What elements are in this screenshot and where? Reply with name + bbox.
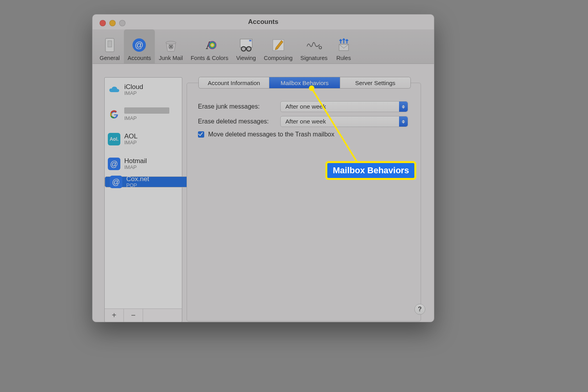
settings-panel: Erase junk messages: After one week Eras… — [187, 83, 421, 321]
account-protocol: POP — [126, 183, 149, 189]
signatures-icon — [306, 37, 322, 53]
svg-point-14 — [319, 46, 321, 49]
toolbar-item-viewing[interactable]: Viewing — [232, 29, 260, 64]
toolbar-label: Viewing — [236, 55, 256, 61]
preferences-toolbar: General @ Accounts Junk Mail A Fonts & C… — [93, 29, 434, 64]
account-protocol: IMAP — [124, 91, 143, 96]
toolbar-label: General — [100, 55, 120, 61]
account-protocol: IMAP — [124, 140, 138, 146]
composing-icon — [270, 37, 287, 53]
account-protocol: IMAP — [124, 165, 147, 171]
svg-rect-1 — [108, 41, 112, 47]
svg-point-4 — [166, 41, 176, 44]
annotation-callout: Mailbox Behaviors — [327, 163, 414, 178]
toolbar-item-rules[interactable]: Rules — [332, 29, 356, 64]
svg-point-7 — [209, 41, 217, 49]
toolbar-item-general[interactable]: General — [96, 29, 124, 64]
toolbar-item-fonts-colors[interactable]: A Fonts & Colors — [187, 29, 232, 64]
toolbar-label: Fonts & Colors — [191, 55, 229, 61]
toolbar-label: Accounts — [128, 55, 151, 61]
toolbar-item-accounts[interactable]: @ Accounts — [124, 29, 155, 64]
account-tabs: Account Information Mailbox Behaviors Se… — [199, 77, 410, 88]
remove-account-button[interactable]: − — [124, 309, 143, 322]
toolbar-item-junk-mail[interactable]: Junk Mail — [155, 29, 187, 64]
account-row-google[interactable]: IMAP — [105, 102, 182, 127]
toolbar-item-composing[interactable]: Composing — [260, 29, 296, 64]
accounts-icon: @ — [131, 37, 147, 53]
erase-deleted-select[interactable]: After one week — [280, 116, 408, 127]
account-name: AOL — [124, 132, 138, 140]
rules-icon — [336, 37, 352, 53]
junk-mail-icon — [163, 37, 179, 53]
move-deleted-checkbox[interactable] — [198, 131, 204, 138]
account-row-aol[interactable]: Aol. AOLIMAP — [105, 127, 182, 152]
fonts-colors-icon: A — [201, 37, 218, 53]
account-name: Hotmail — [124, 157, 147, 165]
redacted-text — [124, 107, 169, 114]
account-detail: Erase junk messages: After one week Eras… — [187, 77, 421, 321]
move-deleted-label: Move deleted messages to the Trash mailb… — [208, 131, 334, 138]
erase-junk-select[interactable]: After one week — [280, 101, 408, 112]
general-icon — [102, 37, 118, 53]
account-row-icloud[interactable]: iCloudIMAP — [105, 78, 182, 102]
help-button[interactable]: ? — [414, 304, 425, 315]
at-icon: @ — [110, 176, 122, 188]
tab-account-information[interactable]: Account Information — [199, 77, 269, 88]
chevron-updown-icon — [399, 116, 408, 127]
svg-rect-9 — [249, 40, 251, 42]
window-title: Accounts — [93, 18, 434, 26]
account-name: iCloud — [124, 83, 143, 91]
toolbar-label: Signatures — [300, 55, 327, 61]
viewing-icon — [238, 37, 254, 53]
account-protocol: IMAP — [124, 116, 169, 122]
chevron-updown-icon — [399, 102, 408, 112]
toolbar-label: Rules — [336, 55, 351, 61]
account-name — [124, 107, 169, 116]
select-value: After one week — [285, 103, 326, 110]
tab-mailbox-behaviors[interactable]: Mailbox Behaviors — [269, 77, 340, 88]
account-row-hotmail[interactable]: @ HotmailIMAP — [105, 152, 182, 176]
at-icon: @ — [108, 158, 120, 170]
toolbar-label: Junk Mail — [159, 55, 183, 61]
toolbar-item-signatures[interactable]: Signatures — [296, 29, 331, 64]
tab-server-settings[interactable]: Server Settings — [340, 77, 410, 88]
add-remove-bar: + − — [104, 309, 182, 322]
erase-junk-label: Erase junk messages: — [198, 103, 280, 110]
svg-text:@: @ — [135, 40, 143, 50]
account-name: Cox.net — [126, 175, 149, 183]
accounts-list: iCloudIMAP IMAP Aol. AOLIMAP @ HotmailIM… — [104, 77, 182, 309]
toolbar-label: Composing — [264, 55, 292, 61]
add-account-button[interactable]: + — [105, 309, 124, 322]
icloud-icon — [108, 83, 120, 96]
erase-deleted-label: Erase deleted messages: — [198, 118, 280, 125]
google-icon — [108, 108, 120, 121]
titlebar: Accounts — [93, 15, 434, 29]
aol-icon: Aol. — [108, 133, 120, 145]
select-value: After one week — [285, 118, 326, 125]
